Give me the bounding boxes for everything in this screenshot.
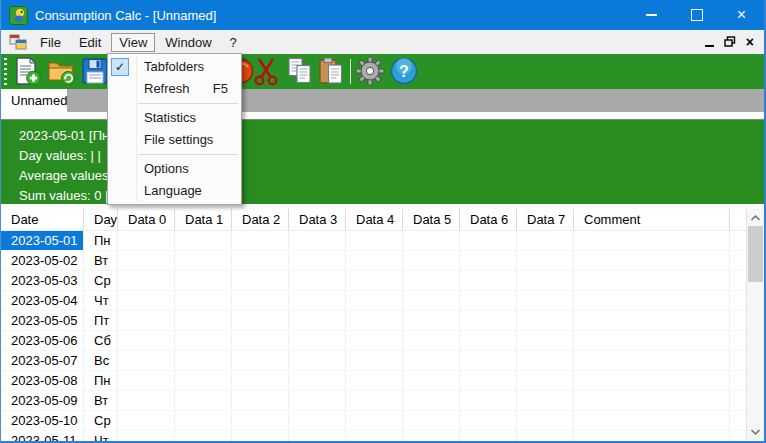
comment-cell[interactable] — [574, 311, 730, 330]
data-cell[interactable] — [403, 291, 460, 310]
data-cell[interactable] — [175, 371, 232, 390]
data-cell[interactable] — [232, 391, 289, 410]
data-cell[interactable] — [517, 251, 574, 270]
comment-cell[interactable] — [574, 231, 730, 250]
data-cell[interactable] — [460, 271, 517, 290]
date-cell[interactable]: 2023-05-03 — [1, 271, 84, 290]
toolbar-gripper[interactable] — [4, 58, 7, 85]
column-header-data-3[interactable]: Data 3 — [289, 209, 346, 230]
table-row[interactable]: 2023-05-10Ср — [1, 411, 764, 431]
date-cell[interactable]: 2023-05-11 — [1, 431, 84, 441]
data-cell[interactable] — [118, 231, 175, 250]
data-cell[interactable] — [460, 371, 517, 390]
column-header-date[interactable]: Date — [1, 209, 84, 230]
data-cell[interactable] — [175, 431, 232, 441]
data-cell[interactable] — [346, 371, 403, 390]
data-cell[interactable] — [460, 411, 517, 430]
data-cell[interactable] — [403, 231, 460, 250]
table-row[interactable]: 2023-05-02Вт — [1, 251, 764, 271]
close-button[interactable]: × — [719, 0, 764, 30]
comment-cell[interactable] — [574, 251, 730, 270]
data-cell[interactable] — [289, 391, 346, 410]
data-cell[interactable] — [403, 371, 460, 390]
tab-unnamed[interactable]: Unnamed — [1, 89, 67, 112]
data-cell[interactable] — [118, 251, 175, 270]
data-cell[interactable] — [517, 331, 574, 350]
mdi-minimize-button[interactable] — [705, 38, 714, 47]
comment-cell[interactable] — [574, 331, 730, 350]
column-header-data-2[interactable]: Data 2 — [232, 209, 289, 230]
data-cell[interactable] — [118, 391, 175, 410]
data-cell[interactable] — [460, 311, 517, 330]
data-cell[interactable] — [232, 311, 289, 330]
menubar-item-edit[interactable]: Edit — [71, 33, 109, 52]
data-cell[interactable] — [118, 271, 175, 290]
minimize-button[interactable] — [629, 0, 674, 30]
data-cell[interactable] — [403, 311, 460, 330]
day-cell[interactable]: Чт — [84, 431, 118, 441]
data-cell[interactable] — [232, 411, 289, 430]
table-row[interactable]: 2023-05-11Чт — [1, 431, 764, 441]
data-cell[interactable] — [289, 371, 346, 390]
data-cell[interactable] — [118, 291, 175, 310]
data-cell[interactable] — [118, 331, 175, 350]
data-cell[interactable] — [118, 311, 175, 330]
view-menu-item-file-settings[interactable]: File settings — [108, 129, 241, 151]
data-cell[interactable] — [460, 351, 517, 370]
open-file-icon[interactable] — [46, 56, 76, 86]
maximize-button[interactable] — [674, 0, 719, 30]
data-cell[interactable] — [232, 271, 289, 290]
day-cell[interactable]: Ср — [84, 411, 118, 430]
menubar-item-window[interactable]: Window — [157, 33, 219, 52]
date-cell[interactable]: 2023-05-08 — [1, 371, 84, 390]
data-cell[interactable] — [175, 391, 232, 410]
table-row[interactable]: 2023-05-03Ср — [1, 271, 764, 291]
day-cell[interactable]: Пт — [84, 311, 118, 330]
view-menu-item-tabfolders[interactable]: ✓Tabfolders — [108, 56, 241, 78]
vertical-scrollbar[interactable] — [746, 209, 764, 440]
scroll-down-button[interactable] — [747, 423, 764, 440]
comment-cell[interactable] — [574, 431, 730, 441]
data-cell[interactable] — [289, 251, 346, 270]
data-cell[interactable] — [289, 431, 346, 441]
help-icon[interactable]: ? — [389, 56, 419, 86]
view-menu-item-refresh[interactable]: RefreshF5 — [108, 78, 241, 100]
data-cell[interactable] — [175, 251, 232, 270]
data-cell[interactable] — [289, 411, 346, 430]
day-cell[interactable]: Вт — [84, 251, 118, 270]
data-cell[interactable] — [346, 251, 403, 270]
date-cell[interactable]: 2023-05-04 — [1, 291, 84, 310]
data-cell[interactable] — [289, 271, 346, 290]
data-cell[interactable] — [289, 231, 346, 250]
data-cell[interactable] — [346, 431, 403, 441]
new-file-icon[interactable] — [12, 56, 42, 86]
date-cell[interactable]: 2023-05-05 — [1, 311, 84, 330]
table-row[interactable]: 2023-05-07Вс — [1, 351, 764, 371]
data-cell[interactable] — [118, 411, 175, 430]
day-cell[interactable]: Сб — [84, 331, 118, 350]
menubar-item-help[interactable]: ? — [222, 33, 245, 52]
mdi-restore-button[interactable] — [724, 35, 736, 50]
settings-gear-icon[interactable] — [355, 56, 385, 86]
copy-icon[interactable] — [285, 56, 315, 86]
data-cell[interactable] — [175, 351, 232, 370]
comment-cell[interactable] — [574, 351, 730, 370]
date-cell[interactable]: 2023-05-02 — [1, 251, 84, 270]
table-row[interactable]: 2023-05-04Чт — [1, 291, 764, 311]
data-cell[interactable] — [289, 331, 346, 350]
data-cell[interactable] — [346, 311, 403, 330]
data-cell[interactable] — [403, 331, 460, 350]
data-cell[interactable] — [460, 331, 517, 350]
data-cell[interactable] — [517, 411, 574, 430]
data-cell[interactable] — [289, 311, 346, 330]
date-cell[interactable]: 2023-05-07 — [1, 351, 84, 370]
data-cell[interactable] — [517, 431, 574, 441]
data-cell[interactable] — [517, 291, 574, 310]
view-menu-item-options[interactable]: Options — [108, 158, 241, 180]
data-cell[interactable] — [460, 431, 517, 441]
column-header-data-4[interactable]: Data 4 — [346, 209, 403, 230]
column-header-comment[interactable]: Comment — [574, 209, 730, 230]
view-menu-item-language[interactable]: Language — [108, 180, 241, 202]
date-cell[interactable]: 2023-05-09 — [1, 391, 84, 410]
column-header-data-6[interactable]: Data 6 — [460, 209, 517, 230]
